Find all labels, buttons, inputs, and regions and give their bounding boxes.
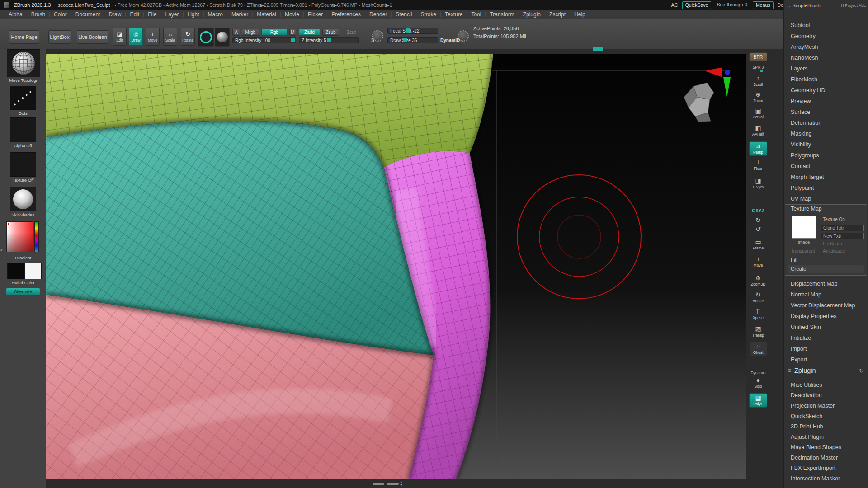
z-axis-dot-icon[interactable] — [725, 70, 730, 75]
project-all-button[interactable]: H Project ALL — [841, 3, 866, 8]
section-uv-map[interactable]: UV Map — [784, 193, 868, 204]
zcut-button[interactable]: Zcut — [343, 29, 359, 36]
texture-on-button[interactable]: Texture On — [821, 216, 864, 223]
rgb-intensity-slider[interactable]: Rgb Intensity 100 — [232, 37, 296, 43]
section-polygroups[interactable]: Polygroups — [784, 150, 868, 161]
antialiased-button[interactable]: Antialiased — [821, 248, 864, 255]
saturation-square[interactable] — [6, 221, 33, 252]
texture-image-thumbnail[interactable] — [792, 216, 816, 239]
fix-seam-button[interactable]: Fix Seam — [821, 241, 864, 248]
z-intensity-slider[interactable]: Z Intensity 51 — [299, 37, 359, 43]
draw-mode-button[interactable]: ◎ Draw — [129, 28, 143, 46]
menu-help[interactable]: Help — [570, 12, 590, 17]
focal-shift-slider[interactable]: Focal Shift -22 — [387, 28, 438, 34]
z-intensity-handle[interactable] — [327, 38, 331, 42]
section-geometry[interactable]: Geometry — [784, 31, 868, 42]
menu-color[interactable]: Color — [50, 12, 71, 17]
main-color-swatch[interactable] — [7, 263, 24, 279]
menu-layer[interactable]: Layer — [161, 12, 184, 17]
hue-strip[interactable] — [34, 221, 39, 252]
spix-handle[interactable] — [760, 70, 763, 72]
zplugin-section-header[interactable]: ≡ Zplugin ↻ — [784, 364, 868, 377]
menu-file[interactable]: File — [144, 12, 161, 17]
section-import[interactable]: Import — [784, 343, 868, 354]
zplugin-3d-print-hub[interactable]: 3D Print Hub — [784, 422, 868, 432]
zplugin-misc-utilities[interactable]: Misc Utilities — [784, 380, 868, 390]
color-picker[interactable] — [6, 221, 41, 254]
menu-draw[interactable]: Draw — [104, 12, 126, 17]
zoom-button[interactable]: ⊕ Zoom — [749, 91, 767, 103]
menu-marker[interactable]: Marker — [227, 12, 253, 17]
actual-size-button[interactable]: ▣ Actual — [749, 108, 767, 119]
section-deformation[interactable]: Deformation — [784, 117, 868, 128]
section-visibility[interactable]: Visibility — [784, 139, 868, 150]
zsub-button[interactable]: Zsub — [322, 29, 339, 36]
menu-light[interactable]: Light — [184, 12, 204, 17]
zplugin-quicksketch[interactable]: QuickSketch — [784, 411, 868, 422]
edit-mode-button[interactable]: ◪ Edit — [113, 28, 127, 46]
sculpt-canvas[interactable] — [46, 54, 746, 479]
section-unified-skin[interactable]: Unified Skin — [784, 322, 868, 333]
material-thumbnail[interactable] — [10, 187, 36, 211]
ghost-button[interactable]: ◌ Ghost — [749, 342, 767, 356]
rotate-mode-button[interactable]: ↻ Rotate — [181, 28, 195, 46]
lightbox-button[interactable]: LightBox — [48, 30, 71, 44]
gxyz-button[interactable]: GXYZ — [749, 208, 767, 213]
rotate-ccw-button[interactable]: ↺ — [749, 226, 767, 233]
aahalf-button[interactable]: ◧ AAHalf — [749, 125, 767, 136]
focal-shift-handle[interactable] — [406, 28, 410, 33]
local-symmetry-button[interactable]: ◨ L.Sym — [749, 178, 767, 189]
menu-alpha[interactable]: Alpha — [5, 12, 27, 17]
menu-brush[interactable]: Brush — [27, 12, 50, 17]
current-material-thumbnail[interactable] — [215, 28, 230, 47]
draw-size-handle[interactable] — [403, 38, 407, 42]
scroll-arrows[interactable]: ▲▼ — [400, 480, 403, 487]
menu-material[interactable]: Material — [253, 12, 281, 17]
clone-texture-button[interactable]: Clone Txtr — [821, 225, 864, 231]
home-page-button[interactable]: Home Page — [9, 30, 39, 44]
zoom3d-button[interactable]: ⊕ Zoom3D — [749, 275, 767, 286]
bpr-button[interactable]: BPR — [749, 52, 767, 61]
tool-palette-header[interactable]: ∷ SimpleBrush H Project ALL — [787, 1, 866, 9]
create-subsection[interactable]: Create — [788, 265, 864, 273]
zplugin-decimation-master[interactable]: Decimation Master — [784, 453, 868, 463]
sculpt-viewport[interactable] — [46, 54, 746, 479]
section-export[interactable]: Export — [784, 354, 868, 365]
texture-map-title[interactable]: Texture Map — [791, 206, 822, 212]
live-boolean-button[interactable]: Live Boolean — [77, 30, 108, 44]
menu-picker[interactable]: Picker — [304, 12, 327, 17]
h-scrollbar-handle[interactable] — [373, 483, 384, 485]
section-layers[interactable]: Layers — [784, 63, 868, 74]
xpose-button[interactable]: ⇈ Xpose — [749, 308, 767, 320]
section-normal-map[interactable]: Normal Map — [784, 289, 868, 300]
menu-stencil[interactable]: Stencil — [392, 12, 416, 17]
section-initialize[interactable]: Initialize — [784, 333, 868, 343]
section-display-properties[interactable]: Display Properties — [784, 311, 868, 322]
move-mode-button[interactable]: + Move — [146, 28, 160, 46]
current-brush-thumbnail[interactable] — [198, 28, 214, 47]
zadd-button[interactable]: Zadd — [299, 29, 320, 36]
new-texture-button[interactable]: New Txtr — [821, 233, 864, 239]
draw-size-slider[interactable]: Draw Size 36 — [387, 37, 438, 43]
section-morph-target[interactable]: Morph Target — [784, 172, 868, 183]
refresh-icon[interactable]: ↻ — [859, 367, 868, 374]
rgb-intensity-handle[interactable] — [291, 38, 295, 42]
section-masking[interactable]: Masking — [784, 128, 868, 139]
m-button[interactable]: M — [289, 29, 296, 36]
menus-button[interactable]: Menus — [753, 1, 774, 9]
transparent-button[interactable]: Transparent — [789, 248, 818, 255]
menu-zplugin[interactable]: Zplugin — [519, 12, 545, 17]
solo-button[interactable]: ● Solo — [749, 377, 767, 389]
polyframe-button[interactable]: ▦ PolyF — [749, 393, 767, 408]
divider-drag-handle[interactable] — [593, 47, 603, 51]
zplugin-maya-blend-shapes[interactable]: Maya Blend Shapes — [784, 442, 868, 453]
scale-mode-button[interactable]: ↔ Scale — [163, 28, 177, 46]
rotate-cw-button[interactable]: ↻ — [749, 217, 767, 224]
scroll-button[interactable]: ↕ Scroll — [749, 75, 767, 87]
zplugin-fbx-exportimport[interactable]: FBX ExportImport — [784, 463, 868, 474]
spix-slider[interactable]: SPix 3 — [749, 65, 767, 71]
section-fibermesh[interactable]: FiberMesh — [784, 74, 868, 85]
section-contact[interactable]: Contact — [784, 161, 868, 172]
section-arraymesh[interactable]: ArrayMesh — [784, 42, 868, 52]
menu-macro[interactable]: Macro — [204, 12, 227, 17]
